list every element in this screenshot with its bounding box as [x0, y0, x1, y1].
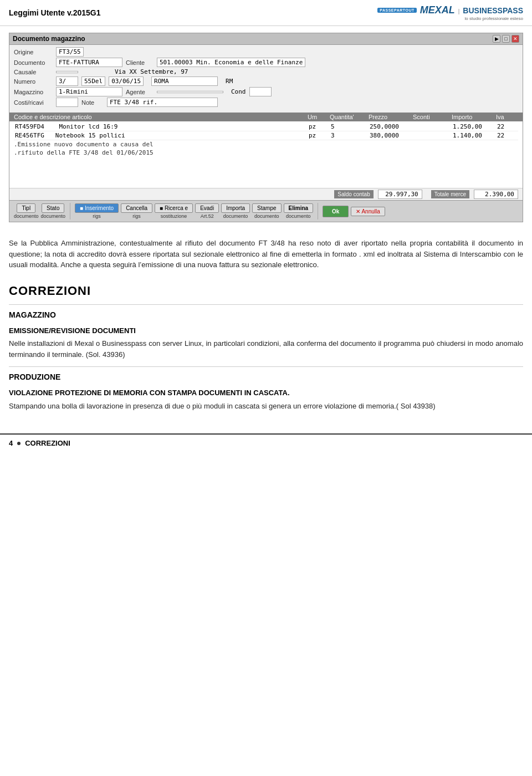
via-value: Via XX Settembre, 97	[115, 68, 188, 75]
note-label: Note	[81, 99, 104, 106]
document-buttons: Tipl documento Stato documento ■ Inserim…	[9, 200, 523, 222]
col-header-sconti: Sconti	[413, 114, 452, 120]
inserimento-label: rigs	[93, 213, 101, 219]
numero-date[interactable]: 03/06/15	[109, 76, 144, 86]
document-form: Origine FT3/55 Documento FTE-FATTURA Cli…	[9, 45, 523, 110]
annulla-x-icon: ✕	[356, 208, 360, 215]
annulla-label: Annulla	[361, 208, 380, 215]
costi-value[interactable]	[56, 98, 78, 107]
form-row-magazzino: Magazzino 1-Rimini Agente Cond	[14, 87, 518, 96]
numero-del[interactable]: 55Del	[81, 76, 105, 86]
documento-value[interactable]: FTE-FATTURA	[56, 58, 122, 67]
cell-quantita-2: 3	[330, 132, 369, 139]
elimina-button[interactable]: Elimina	[284, 203, 314, 213]
form-row-origine: Origine FT3/55	[14, 47, 518, 57]
section-correzioni: CORREZIONI	[9, 282, 523, 300]
elimina-group: Elimina documento	[284, 203, 314, 219]
table-row: RE456TFG Notebook 15 pollici pz 3 380,00…	[14, 131, 518, 140]
note-value[interactable]: FTE 3/48 rif.	[107, 98, 218, 107]
documento-label: Documento	[14, 59, 53, 66]
document-window-title: Documento magazzino	[13, 35, 85, 43]
cell-iva-2: 22	[496, 132, 518, 139]
page-header: Leggimi Utente v.2015G1 PASSEPARTOUT MEX…	[0, 0, 532, 26]
tipi-doc-group: Tipl documento	[14, 203, 39, 219]
magazzino-label: Magazzino	[14, 89, 53, 95]
intro-paragraph: Se la Pubblica Amministrazione, contestu…	[9, 238, 523, 270]
totale-merce-label: Totale merce	[431, 190, 469, 198]
cell-codice-2: RE456TFG Notebook 15 pollici	[14, 132, 308, 139]
logo-area: PASSEPARTOUT MEXAL | BUSINESSPASS lo stu…	[377, 4, 523, 21]
numero-value[interactable]: 3/	[56, 76, 78, 86]
table-row: RT459FD4 Monitor lcd 16:9 pz 5 250,0000 …	[14, 122, 518, 131]
stato-doc-label: documento	[41, 213, 66, 219]
cancella-button[interactable]: Cancella	[121, 203, 152, 213]
col-header-importo: Importo	[452, 114, 496, 120]
subsection-magazzino: MAGAZZINO	[9, 309, 523, 321]
logo-tagline: lo studio professionale esteso	[465, 16, 523, 21]
importa-label: documento	[223, 213, 248, 219]
ricerca-button[interactable]: ■ Ricerca e	[155, 203, 193, 213]
page-footer: 4 CORREZIONI	[0, 433, 532, 452]
causale-label: Causale	[14, 69, 53, 75]
cell-um-2: pz	[308, 132, 330, 139]
agente-label: Agente	[126, 89, 154, 95]
cliente-value[interactable]: 501.00003 Min. Economia e delle Finanze	[157, 58, 305, 67]
stato-doc-group: Stato documento	[41, 203, 66, 219]
citta-value[interactable]: ROMA	[151, 76, 218, 86]
col-header-quantita: Quantita'	[330, 114, 369, 120]
evadi-group: Evadi Art.52	[195, 203, 219, 219]
ricerca-label: sostituzione	[161, 213, 187, 219]
importa-button[interactable]: Importa	[221, 203, 250, 213]
cond-label: Cond	[231, 88, 246, 95]
table-note-1: .Emissione nuovo documento a causa del	[14, 140, 518, 149]
form-row-numero: Numero 3/ 55Del 03/06/15 ROMA RM	[14, 76, 518, 86]
divider-1	[9, 304, 523, 305]
cancella-group: Cancella rigs	[121, 203, 152, 219]
col-header-um: Um	[308, 114, 330, 120]
stampe-group: Stampe documento	[252, 203, 281, 219]
cell-prezzo-2: 380,0000	[369, 132, 413, 139]
cell-importo-2: 1.140,00	[452, 132, 496, 139]
col-header-codice: Codice e descrizione articolo	[14, 114, 308, 120]
costi-label: Costi/ricavi	[14, 99, 53, 106]
minimize-button[interactable]: ▶	[493, 35, 500, 43]
totals-row: Saldo contab 29.997,30 Totale merce 2.39…	[334, 190, 518, 199]
ok-button[interactable]: Ok	[323, 206, 349, 217]
table-body: RT459FD4 Monitor lcd 16:9 pz 5 250,0000 …	[9, 121, 523, 188]
agente-value[interactable]	[157, 91, 223, 93]
magazzino-value[interactable]: 1-Rimini	[56, 87, 122, 96]
form-row-documento: Documento FTE-FATTURA Cliente 501.00003 …	[14, 58, 518, 67]
cond-value[interactable]	[249, 87, 272, 96]
annulla-button[interactable]: ✕ Annulla	[351, 207, 385, 216]
mexal-logo: MEXAL	[420, 4, 455, 16]
separator-1	[70, 203, 70, 219]
window-controls: ▶ □ ✕	[493, 35, 519, 43]
causale-value[interactable]	[56, 71, 78, 73]
document-titlebar: Documento magazzino ▶ □ ✕	[9, 33, 523, 45]
numero-label: Numero	[14, 78, 53, 85]
evadi-button[interactable]: Evadi	[195, 203, 219, 213]
tipi-doc-label: documento	[14, 213, 39, 219]
evadi-label: Art.52	[201, 213, 214, 219]
restore-button[interactable]: □	[502, 35, 510, 43]
cell-importo-1: 1.250,00	[452, 123, 496, 130]
violazione-paragraph: Stampando una bolla di lavorazione in pr…	[9, 401, 523, 412]
emissione-paragraph: Nelle installazioni di Mexal o Businessp…	[9, 338, 523, 360]
logo-top: PASSEPARTOUT MEXAL | BUSINESSPASS	[377, 4, 523, 16]
document-totals: Saldo contab 29.997,30 Totale merce 2.39…	[9, 188, 523, 200]
businesspass-logo: BUSINESSPASS	[463, 6, 523, 15]
col-header-iva: Iva	[496, 114, 518, 120]
cliente-label: Cliente	[126, 59, 154, 66]
cell-um-1: pz	[308, 123, 330, 130]
footer-bullet-icon	[17, 442, 21, 445]
cell-iva-1: 22	[496, 123, 518, 130]
inserimento-button[interactable]: ■ Inserimento	[75, 203, 119, 213]
origine-value[interactable]: FT3/55	[56, 47, 84, 57]
stampe-button[interactable]: Stampe	[252, 203, 281, 213]
close-button[interactable]: ✕	[511, 35, 519, 43]
cell-quantita-1: 5	[330, 123, 369, 130]
divider-2	[9, 366, 523, 367]
tipi-documento-button[interactable]: Tipl	[17, 203, 35, 213]
rm-value: RM	[226, 78, 233, 85]
stato-documento-button[interactable]: Stato	[42, 203, 64, 213]
